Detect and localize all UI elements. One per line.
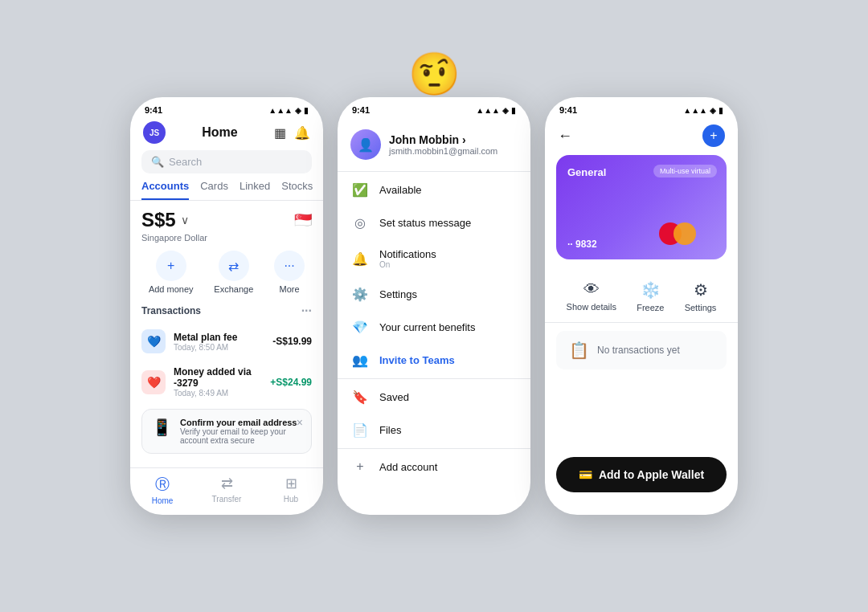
flag-icon: 🇸🇬 <box>294 211 312 229</box>
status-bar-3: 9:41 ▲▲▲ ◈ ▮ <box>545 97 738 118</box>
battery-icon-3: ▮ <box>719 106 723 115</box>
tab-stocks[interactable]: Stocks <box>281 180 313 200</box>
exchange-icon: ⇄ <box>219 251 249 281</box>
divider-1 <box>338 171 530 172</box>
balance-row: S$5 ∨ 🇸🇬 <box>130 209 323 231</box>
menu-item-notifications[interactable]: 🔔 Notifications On <box>338 239 530 278</box>
menu-item-files[interactable]: 📄 Files <box>338 414 530 447</box>
hub-icon: ⊞ <box>285 475 297 492</box>
user-name: John Mobbin › <box>389 133 497 146</box>
nav-transfer[interactable]: ⇄ Transfer <box>194 475 259 505</box>
bottom-nav: Ⓡ Home ⇄ Transfer ⊞ Hub <box>130 467 323 515</box>
search-bar[interactable]: 🔍 Search <box>141 150 312 173</box>
user-email: jsmith.mobbin1@gmail.com <box>389 146 497 156</box>
nav-home[interactable]: Ⓡ Home <box>130 475 194 505</box>
battery-icon: ▮ <box>304 106 309 115</box>
notifications-sub: On <box>379 260 436 269</box>
tx-date-2: Today, 8:49 AM <box>174 389 262 398</box>
exchange-label: Exchange <box>214 284 253 294</box>
header-icons: ▦ 🔔 <box>274 125 310 141</box>
tx-icon-1: 💙 <box>141 329 166 353</box>
settings-label: Settings <box>685 303 717 312</box>
balance-amount: S$5 <box>141 209 176 231</box>
freeze-icon: ❄️ <box>641 280 661 300</box>
settings-icon: ⚙️ <box>352 287 368 302</box>
nav-hub[interactable]: ⊞ Hub <box>259 475 323 505</box>
signal-icon: ▲▲▲ <box>268 106 293 115</box>
wallet-icon: 💳 <box>579 468 592 481</box>
tx-info-1: Metal plan fee Today, 8:50 AM <box>174 332 264 352</box>
status-bar-1: 9:41 ▲▲▲ ◈ ▮ <box>130 97 323 118</box>
card-number: ·· 9832 <box>567 239 597 250</box>
close-icon[interactable]: × <box>297 416 303 429</box>
gear-icon: ⚙ <box>694 280 708 300</box>
tx-amount-1: -S$19.99 <box>272 336 312 347</box>
menu-item-status[interactable]: ◎ Set status message <box>338 206 530 239</box>
card-badge: Multi-use virtual <box>653 165 717 177</box>
wallet-btn-label: Add to Apple Wallet <box>599 468 704 481</box>
page-title: Home <box>202 125 237 140</box>
show-details-label: Show details <box>567 302 616 312</box>
battery-icon-2: ▮ <box>511 106 516 115</box>
tx-name-2: Money added via -3279 <box>174 366 262 389</box>
avatar[interactable]: JS <box>143 121 166 144</box>
menu-item-add-account[interactable]: + Add account <box>338 451 530 483</box>
email-banner: 📱 Confirm your email address Verify your… <box>141 409 312 454</box>
more-action[interactable]: ··· More <box>274 251 305 294</box>
home-icon: Ⓡ <box>155 475 170 494</box>
add-button[interactable]: + <box>702 124 725 147</box>
status-time-1: 9:41 <box>145 105 162 115</box>
transactions-menu[interactable]: ··· <box>301 304 312 318</box>
chart-icon[interactable]: ▦ <box>274 125 286 141</box>
user-info: John Mobbin › jsmith.mobbin1@gmail.com <box>389 133 497 156</box>
files-icon: 📄 <box>352 422 368 438</box>
menu-item-settings[interactable]: ⚙️ Settings <box>338 278 530 311</box>
user-row[interactable]: 👤 John Mobbin › jsmith.mobbin1@gmail.com <box>338 118 530 169</box>
signal-icon-2: ▲▲▲ <box>476 106 500 115</box>
menu-item-saved[interactable]: 🔖 Saved <box>338 381 530 414</box>
status-label: Set status message <box>379 217 471 229</box>
nav-transfer-label: Transfer <box>212 495 242 504</box>
banner-text: Confirm your email address Verify your e… <box>180 418 301 445</box>
add-money-label: Add money <box>149 284 194 294</box>
show-details-action[interactable]: 👁 Show details <box>567 280 616 312</box>
card-visual: General Multi-use virtual ·· 9832 <box>556 155 727 259</box>
phone-card: 9:41 ▲▲▲ ◈ ▮ ← + General Multi-use virtu… <box>545 97 738 515</box>
status-icons-2: ▲▲▲ ◈ ▮ <box>476 106 516 115</box>
add-money-action[interactable]: + Add money <box>149 251 194 294</box>
notifications-label: Notifications <box>379 248 436 260</box>
no-transactions: 📋 No transactions yet <box>556 331 727 369</box>
divider-2 <box>338 378 530 379</box>
teams-label: Invite to Teams <box>379 354 455 366</box>
table-row[interactable]: ❤️ Money added via -3279 Today, 8:49 AM … <box>130 360 323 404</box>
add-to-wallet-button[interactable]: 💳 Add to Apple Wallet <box>556 457 727 492</box>
table-row[interactable]: 💙 Metal plan fee Today, 8:50 AM -S$19.99 <box>130 323 323 360</box>
freeze-action[interactable]: ❄️ Freeze <box>637 280 664 312</box>
tx-icon-2: ❤️ <box>141 370 166 394</box>
banner-title: Confirm your email address <box>180 418 301 427</box>
balance-chevron[interactable]: ∨ <box>181 214 189 226</box>
wifi-icon: ◈ <box>295 106 301 115</box>
phone-home: 9:41 ▲▲▲ ◈ ▮ JS Home ▦ 🔔 🔍 Search <box>130 97 323 515</box>
phone-menu: 9:41 ▲▲▲ ◈ ▮ 👤 John Mobbin › jsmith.mobb… <box>338 97 530 515</box>
menu-item-teams[interactable]: 👥 Invite to Teams <box>338 344 530 377</box>
more-label: More <box>280 284 300 294</box>
freeze-label: Freeze <box>637 303 664 312</box>
menu-item-benefits[interactable]: 💎 Your current benefits <box>338 311 530 344</box>
saved-icon: 🔖 <box>352 390 368 405</box>
tab-accounts[interactable]: Accounts <box>141 180 189 200</box>
menu-item-available[interactable]: ✅ Available <box>338 173 530 206</box>
banner-subtitle: Verify your email to keep your account e… <box>180 427 301 445</box>
exchange-action[interactable]: ⇄ Exchange <box>214 251 253 294</box>
bell-icon[interactable]: 🔔 <box>294 125 310 141</box>
status-time-2: 9:41 <box>352 105 370 115</box>
action-buttons: + Add money ⇄ Exchange ··· More <box>130 251 323 304</box>
available-label: Available <box>379 184 422 196</box>
tx-name-1: Metal plan fee <box>174 332 264 343</box>
back-icon[interactable]: ← <box>558 128 572 145</box>
settings-action[interactable]: ⚙ Settings <box>685 280 717 312</box>
banner-icon: 📱 <box>152 418 172 437</box>
tab-cards[interactable]: Cards <box>200 180 228 200</box>
card-header: ← + <box>545 118 738 155</box>
tab-linked[interactable]: Linked <box>240 180 270 200</box>
